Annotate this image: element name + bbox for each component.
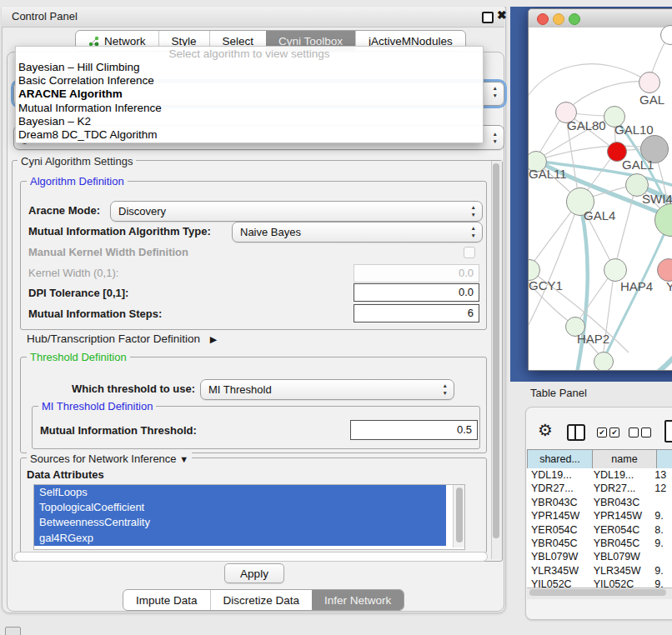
popup-item-bayesian-hill-climbing[interactable]: Bayesian – Hill Climbing <box>16 61 483 74</box>
sources-expander[interactable]: Sources for Network Inference ▼ <box>27 452 192 465</box>
column-header-shared-name[interactable]: shared... <box>527 449 593 469</box>
cell: YPR145W <box>527 509 589 522</box>
cell: YBL079W <box>527 550 589 563</box>
table-row[interactable]: YPR145W YPR145W 9. <box>527 509 672 522</box>
table-row[interactable]: YDR27... YDR27... 12 <box>527 482 672 495</box>
hub-definition-label: Hub/Transcription Factor Definition <box>27 332 200 345</box>
mac-zoom-icon[interactable] <box>569 13 580 25</box>
mi-steps-field[interactable]: 6 <box>354 304 479 322</box>
table-row[interactable]: YBR043C YBR043C <box>527 496 672 509</box>
network-window-titlebar <box>529 9 672 28</box>
popup-item-mutual-information[interactable]: Mutual Information Inference <box>16 102 483 115</box>
split-columns-icon[interactable] <box>567 424 585 441</box>
control-panel-titlebar: Control Panel <box>2 7 504 28</box>
list-item-topologicalcoefficient[interactable]: TopologicalCoefficient <box>34 500 446 515</box>
settings-group-title: Cyni Algorithm Settings <box>18 155 136 168</box>
expander-right-arrow-icon: ▶ <box>210 334 217 344</box>
table-row[interactable]: YBR045C YBR045C 9. <box>527 537 672 550</box>
close-icon[interactable]: ✖ <box>497 8 507 22</box>
cell: 9. <box>650 509 672 522</box>
tab-infer-network[interactable]: Infer Network <box>312 590 404 610</box>
checked-checkbox-icon[interactable]: ✔ <box>597 428 607 438</box>
table-hscrollbar-thumb[interactable] <box>529 589 666 596</box>
mi-algorithm-type-combobox[interactable]: Naive Bayes ▲▼ <box>232 222 483 242</box>
tab-impute-data-label: Impute Data <box>136 594 198 607</box>
cell: 9. <box>650 537 672 550</box>
mi-algorithm-type-label: Mutual Information Algorithm Type: <box>28 225 211 238</box>
mi-threshold-field[interactable]: 0.5 <box>350 420 478 440</box>
settings-scrollbar-thumb[interactable] <box>493 163 499 538</box>
cell: YLR345W <box>527 564 589 578</box>
which-threshold-combobox[interactable]: MI Threshold ▲▼ <box>200 379 454 400</box>
node-label-gal10: GAL10 <box>614 122 654 137</box>
settings-hscrollbar[interactable] <box>14 552 488 562</box>
node-label-gal1: GAL1 <box>622 158 654 172</box>
node-label-gcy1: GCY1 <box>529 278 563 292</box>
combo-arrows-icon: ▲▼ <box>493 84 498 99</box>
unchecked-checkbox-icon[interactable] <box>629 428 639 438</box>
cell: YDR27... <box>527 482 589 495</box>
control-panel-title: Control Panel <box>12 10 78 22</box>
popup-item-dream8[interactable]: Dream8 DC_TDC Algorithm <box>16 128 483 142</box>
tab-discretize-data[interactable]: Discretize Data <box>210 590 313 610</box>
gear-icon[interactable]: ⚙ <box>538 420 553 440</box>
popup-item-aracne[interactable]: ARACNE Algorithm <box>16 88 483 101</box>
aracne-mode-value: Discovery <box>118 205 166 218</box>
table-row[interactable]: YBL079W YBL079W <box>527 550 672 563</box>
cell: YER054C <box>527 523 589 537</box>
table-panel-title: Table Panel <box>530 387 587 399</box>
list-scrollbar-thumb[interactable] <box>456 488 463 542</box>
document-icon[interactable] <box>664 420 672 442</box>
cell: YER054C <box>589 523 651 537</box>
data-attributes-list: SelfLoops TopologicalCoefficient Between… <box>33 484 465 550</box>
popup-item-bayesian-k2[interactable]: Bayesian – K2 <box>16 115 483 128</box>
manual-kernel-checkbox[interactable] <box>464 247 475 258</box>
tab-discretize-data-label: Discretize Data <box>223 594 300 607</box>
cell: YDL19... <box>527 468 589 482</box>
list-item-gal4rgexp[interactable]: gal4RGexp <box>34 531 446 546</box>
node-label-hap2: HAP2 <box>577 332 609 346</box>
cell: 13 <box>650 468 672 482</box>
combo-arrows-icon: ▲▼ <box>471 224 476 239</box>
dpi-tolerance-label: DPI Tolerance [0,1]: <box>28 287 128 299</box>
cell: YBR043C <box>589 496 651 509</box>
network-node-hap4[interactable] <box>604 258 627 282</box>
node-label-gal4: GAL4 <box>584 208 615 222</box>
node-label-swi4: SWI4 <box>642 192 672 206</box>
table-row[interactable]: YER054C YER054C 8. <box>527 523 672 537</box>
column-header-cut[interactable] <box>656 449 672 469</box>
tab-impute-data[interactable]: Impute Data <box>123 590 210 610</box>
network-canvas[interactable]: GAL GAL80 GAL10 GAL1 GAL11 SWI4 GAL4 GCY… <box>529 28 672 370</box>
kernel-width-field[interactable]: 0.0 <box>354 264 479 282</box>
which-threshold-label: Which threshold to use: <box>72 382 195 395</box>
node-label-hap4: HAP4 <box>620 279 653 293</box>
network-node-gal-cut[interactable] <box>639 72 660 93</box>
mi-threshold-definition-title: MI Threshold Definition <box>38 400 156 412</box>
checked-checkbox-icon[interactable]: ✔ <box>609 428 619 438</box>
list-item-selfloops[interactable]: SelfLoops <box>34 485 446 500</box>
network-node-bottom[interactable] <box>594 352 614 371</box>
mac-minimize-icon[interactable] <box>553 13 564 25</box>
table-row[interactable]: YDL19... YDL19... 13 <box>527 468 672 482</box>
list-item-betweennesscentrality[interactable]: BetweennessCentrality <box>34 515 446 530</box>
node-label: GAL <box>639 92 664 107</box>
manual-kernel-width-label: Manual Kernel Width Definition <box>28 246 188 258</box>
mac-close-icon[interactable] <box>537 13 549 25</box>
expander-down-arrow-icon: ▼ <box>179 454 188 464</box>
cell: 8. <box>650 523 672 537</box>
column-header-name[interactable]: name <box>592 449 657 469</box>
float-panel-icon[interactable] <box>482 12 494 23</box>
bottom-left-button[interactable] <box>5 627 21 635</box>
dpi-tolerance-field[interactable]: 0.0 <box>354 283 479 302</box>
apply-button[interactable]: Apply <box>224 563 284 583</box>
table-row[interactable]: YLR345W YLR345W 9. <box>527 564 672 578</box>
data-attributes-label: Data Attributes <box>27 468 104 481</box>
unchecked-checkbox-icon[interactable] <box>641 428 651 438</box>
algorithm-dropdown-popup: Select algorithm to view settings Bayesi… <box>15 46 484 143</box>
cell: 12 <box>650 482 672 495</box>
cell: YDR27... <box>589 482 651 495</box>
popup-item-basic-correlation[interactable]: Basic Correlation Inference <box>16 74 483 88</box>
aracne-mode-combobox[interactable]: Discovery ▲▼ <box>110 201 483 222</box>
hub-definition-expander[interactable]: Hub/Transcription Factor Definition ▶ <box>27 332 217 345</box>
cyni-bottom-tabbar: Impute Data Discretize Data Infer Networ… <box>123 589 404 611</box>
